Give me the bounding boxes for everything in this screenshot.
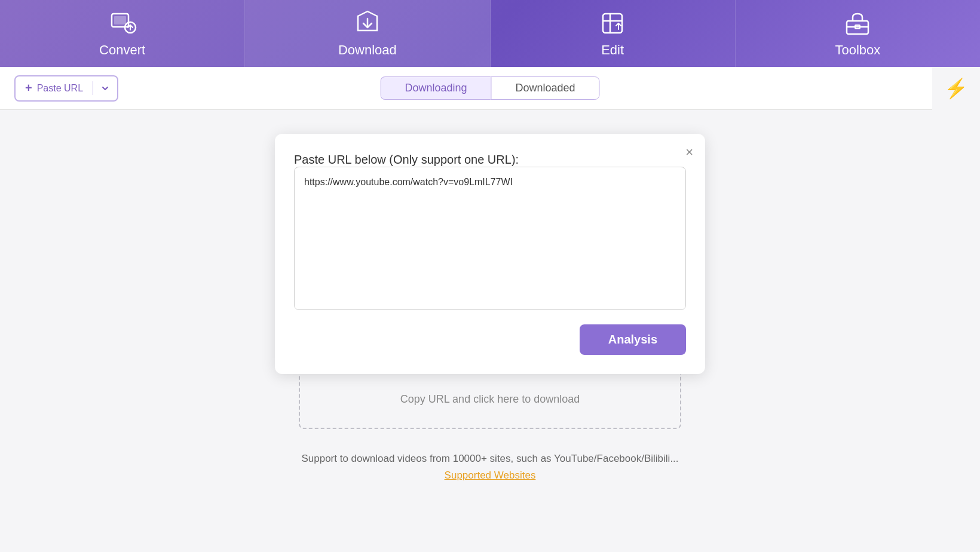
nav-label-edit: Edit bbox=[601, 42, 624, 58]
lightning-icon: ⚡ bbox=[944, 77, 968, 100]
dialog-title: Paste URL below (Only support one URL): bbox=[294, 153, 519, 166]
supported-websites-link[interactable]: Supported Websites bbox=[445, 470, 536, 481]
dialog-close-button[interactable]: × bbox=[685, 146, 693, 159]
tab-group: Downloading Downloaded bbox=[380, 76, 599, 100]
paste-url-main[interactable]: + Paste URL bbox=[16, 81, 93, 95]
dialog-footer: Analysis bbox=[294, 324, 686, 355]
nav-item-toolbox[interactable]: Toolbox bbox=[736, 0, 980, 67]
drop-area[interactable]: Copy URL and click here to download bbox=[299, 369, 681, 429]
tab-downloaded[interactable]: Downloaded bbox=[491, 76, 600, 100]
nav-label-convert: Convert bbox=[99, 42, 145, 58]
tab-downloading[interactable]: Downloading bbox=[380, 76, 491, 100]
edit-icon bbox=[598, 9, 627, 38]
nav-item-download[interactable]: Download bbox=[245, 0, 490, 67]
drop-area-text: Copy URL and click here to download bbox=[400, 393, 580, 406]
nav-item-convert[interactable]: Convert bbox=[0, 0, 245, 67]
paste-url-button[interactable]: + Paste URL bbox=[14, 75, 118, 102]
nav-label-download: Download bbox=[338, 42, 397, 58]
lightning-icon-area: ⚡ bbox=[932, 67, 980, 110]
svg-rect-1 bbox=[114, 16, 126, 24]
paste-url-label: Paste URL bbox=[37, 83, 83, 94]
nav-label-toolbox: Toolbox bbox=[835, 42, 880, 58]
nav-item-edit[interactable]: Edit bbox=[491, 0, 736, 67]
url-input[interactable]: https://www.youtube.com/watch?v=vo9LmIL7… bbox=[294, 167, 686, 310]
paste-url-dialog: Paste URL below (Only support one URL): … bbox=[275, 134, 705, 374]
support-text: Support to download videos from 10000+ s… bbox=[301, 453, 678, 465]
support-section: Support to download videos from 10000+ s… bbox=[301, 453, 678, 482]
toolbar: + Paste URL Downloading Downloaded ⚡ bbox=[0, 67, 980, 110]
convert-icon bbox=[108, 9, 137, 38]
plus-icon: + bbox=[25, 81, 32, 95]
paste-url-dropdown-arrow[interactable] bbox=[93, 84, 117, 93]
analysis-button[interactable]: Analysis bbox=[580, 324, 686, 355]
download-icon bbox=[353, 9, 382, 38]
main-content: Paste URL below (Only support one URL): … bbox=[0, 110, 980, 552]
top-nav: Convert Download Edit bbox=[0, 0, 980, 67]
toolbox-icon bbox=[843, 9, 872, 38]
